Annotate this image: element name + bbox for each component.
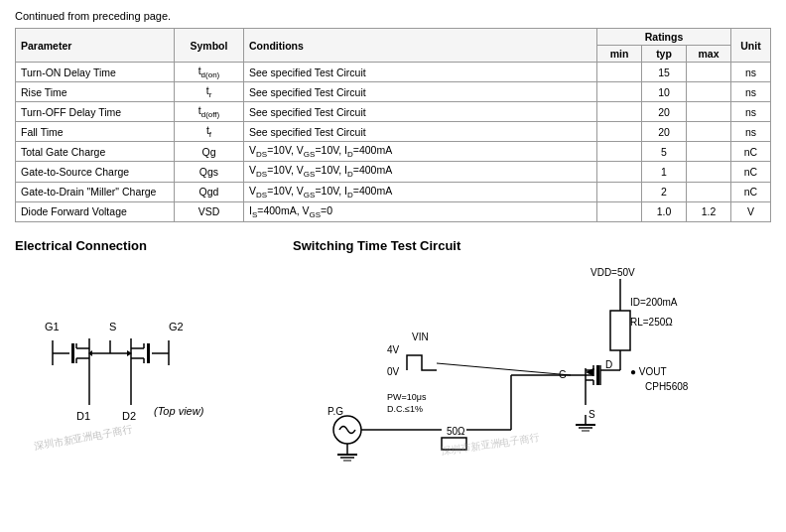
svg-text:CPH5608: CPH5608 — [645, 381, 689, 392]
table-row: Gate-to-Source ChargeQgsVDS=10V, VGS=10V… — [16, 162, 771, 182]
symbol-cell: tr — [175, 82, 244, 102]
conditions-cell: See specified Test Circuit — [244, 102, 597, 122]
max-cell — [687, 82, 731, 102]
switch-test-svg: VDD=50V ID=200mA RL=250Ω ● VOUT — [293, 261, 729, 469]
typ-cell: 10 — [642, 82, 687, 102]
min-cell — [597, 142, 642, 162]
max-cell — [687, 122, 731, 142]
unit-cell: nC — [731, 182, 771, 201]
typ-cell: 1.0 — [642, 201, 687, 221]
svg-text:0V: 0V — [387, 366, 400, 377]
param-cell: Total Gate Charge — [16, 142, 175, 162]
min-cell — [597, 122, 642, 142]
unit-cell: nC — [731, 162, 771, 182]
svg-text:P.G: P.G — [328, 406, 343, 417]
symbol-cell: Qgs — [175, 162, 244, 182]
param-header: Parameter — [16, 29, 175, 63]
switch-test-section: Switching Time Test Circuit VDD=50V ID=2… — [293, 238, 771, 471]
param-cell: Gate-to-Drain "Miller" Charge — [16, 182, 175, 201]
conditions-cell: IS=400mA, VGS=0 — [244, 201, 597, 221]
max-cell — [687, 182, 731, 201]
svg-text:● VOUT: ● VOUT — [630, 366, 667, 377]
max-cell — [687, 162, 731, 182]
svg-text:G2: G2 — [169, 321, 184, 332]
symbol-header: Symbol — [175, 29, 244, 63]
conditions-cell: See specified Test Circuit — [244, 82, 597, 102]
symbol-cell: VSD — [175, 201, 244, 221]
table-row: Diode Forward VoltageVSDIS=400mA, VGS=01… — [16, 201, 771, 221]
max-cell — [687, 142, 731, 162]
unit-cell: ns — [731, 122, 771, 142]
max-cell: 1.2 — [687, 201, 731, 221]
max-header: max — [687, 46, 731, 63]
svg-text:(Top view): (Top view) — [154, 405, 204, 417]
svg-text:RL=250Ω: RL=250Ω — [630, 317, 673, 328]
svg-rect-5 — [71, 343, 74, 363]
table-row: Rise TimetrSee specified Test Circuit10n… — [16, 82, 771, 102]
svg-rect-15 — [147, 343, 150, 363]
svg-text:D.C.≤1%: D.C.≤1% — [387, 404, 423, 414]
svg-text:深圳市新亚洲电子商行: 深圳市新亚洲电子商行 — [33, 424, 132, 452]
elec-conn-section: Electrical Connection G1 S G2 — [15, 238, 283, 471]
max-cell — [687, 63, 731, 82]
unit-cell: nC — [731, 142, 771, 162]
param-cell: Fall Time — [16, 122, 175, 142]
svg-text:VDD=50V: VDD=50V — [590, 267, 635, 278]
conditions-header: Conditions — [244, 29, 597, 63]
typ-header: typ — [642, 46, 687, 63]
min-header: min — [597, 46, 642, 63]
conditions-cell: VDS=10V, VGS=10V, ID=400mA — [244, 142, 597, 162]
symbol-cell: Qg — [175, 142, 244, 162]
svg-text:D: D — [605, 359, 612, 370]
conditions-cell: VDS=10V, VGS=10V, ID=400mA — [244, 182, 597, 201]
symbol-cell: td(on) — [175, 63, 244, 82]
unit-cell: V — [731, 201, 771, 221]
param-cell: Rise Time — [16, 82, 175, 102]
min-cell — [597, 82, 642, 102]
elec-conn-svg: G1 S G2 — [15, 261, 253, 460]
min-cell — [597, 102, 642, 122]
svg-text:G1: G1 — [45, 321, 60, 332]
svg-text:VIN: VIN — [412, 332, 429, 342]
conditions-cell: See specified Test Circuit — [244, 63, 597, 82]
table-row: Turn-ON Delay Timetd(on)See specified Te… — [16, 63, 771, 82]
svg-text:D2: D2 — [122, 410, 136, 422]
continued-label: Continued from preceding page. — [15, 10, 771, 22]
switch-test-circuit: VDD=50V ID=200mA RL=250Ω ● VOUT — [293, 261, 771, 471]
table-row: Gate-to-Drain "Miller" ChargeQgdVDS=10V,… — [16, 182, 771, 201]
switch-test-title: Switching Time Test Circuit — [293, 238, 771, 253]
svg-text:ID=200mA: ID=200mA — [630, 297, 678, 308]
unit-cell: ns — [731, 82, 771, 102]
svg-text:S: S — [109, 321, 116, 332]
min-cell — [597, 201, 642, 221]
svg-text:4V: 4V — [387, 344, 400, 355]
min-cell — [597, 162, 642, 182]
min-cell — [597, 63, 642, 82]
conditions-cell: VDS=10V, VGS=10V, ID=400mA — [244, 162, 597, 182]
typ-cell: 1 — [642, 162, 687, 182]
bottom-section: Electrical Connection G1 S G2 — [15, 238, 771, 471]
table-row: Fall TimetfSee specified Test Circuit20n… — [16, 122, 771, 142]
symbol-cell: td(off) — [175, 102, 244, 122]
svg-text:50Ω: 50Ω — [447, 426, 465, 437]
min-cell — [597, 182, 642, 201]
ratings-header: Ratings — [597, 29, 731, 46]
typ-cell: 20 — [642, 122, 687, 142]
unit-cell: ns — [731, 63, 771, 82]
elec-conn-title: Electrical Connection — [15, 238, 283, 253]
typ-cell: 20 — [642, 102, 687, 122]
svg-line-65 — [437, 363, 571, 375]
typ-cell: 2 — [642, 182, 687, 201]
conditions-cell: See specified Test Circuit — [244, 122, 597, 142]
svg-text:D1: D1 — [76, 410, 90, 422]
typ-cell: 5 — [642, 142, 687, 162]
svg-rect-38 — [610, 311, 630, 350]
svg-text:S: S — [589, 409, 595, 420]
spec-table: Parameter Symbol Conditions Ratings Unit… — [15, 28, 771, 222]
unit-header: Unit — [731, 29, 771, 63]
typ-cell: 15 — [642, 63, 687, 82]
svg-text:PW=10μs: PW=10μs — [387, 392, 427, 402]
table-row: Total Gate ChargeQgVDS=10V, VGS=10V, ID=… — [16, 142, 771, 162]
param-cell: Gate-to-Source Charge — [16, 162, 175, 182]
param-cell: Turn-ON Delay Time — [16, 63, 175, 82]
